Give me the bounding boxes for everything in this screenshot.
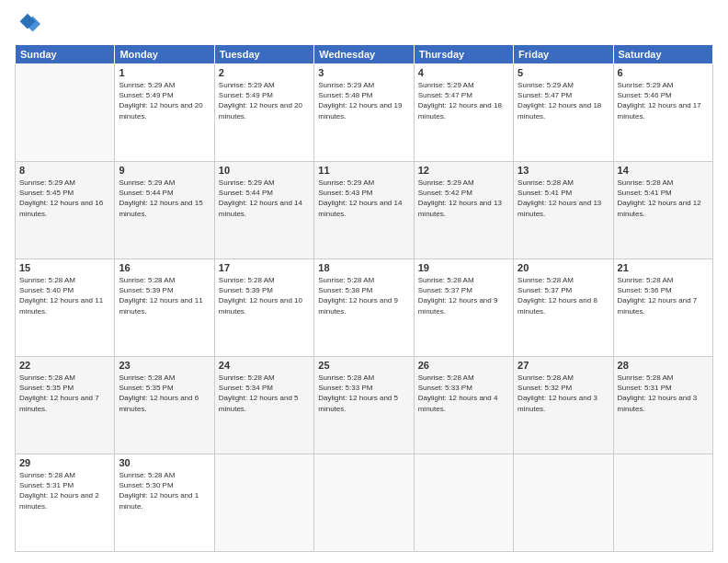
calendar-cell: 20Sunrise: 5:28 AMSunset: 5:37 PMDayligh… <box>514 259 613 357</box>
calendar-cell <box>314 454 414 552</box>
calendar-cell: 27Sunrise: 5:28 AMSunset: 5:32 PMDayligh… <box>514 357 613 454</box>
day-info: Sunrise: 5:28 AMSunset: 5:32 PMDaylight:… <box>518 373 609 414</box>
day-info: Sunrise: 5:28 AMSunset: 5:35 PMDaylight:… <box>19 373 110 414</box>
calendar-cell: 29Sunrise: 5:28 AMSunset: 5:31 PMDayligh… <box>16 454 115 552</box>
day-number: 23 <box>119 360 210 371</box>
day-info: Sunrise: 5:28 AMSunset: 5:39 PMDaylight:… <box>219 275 310 316</box>
day-number: 19 <box>418 262 509 273</box>
logo <box>15 11 44 37</box>
calendar-cell: 6Sunrise: 5:29 AMSunset: 5:46 PMDaylight… <box>613 64 712 162</box>
calendar-cell: 24Sunrise: 5:28 AMSunset: 5:34 PMDayligh… <box>214 357 313 454</box>
day-number: 20 <box>518 262 609 273</box>
day-number: 18 <box>318 262 409 273</box>
calendar-cell: 19Sunrise: 5:28 AMSunset: 5:37 PMDayligh… <box>414 259 513 357</box>
day-number: 21 <box>618 262 709 273</box>
day-info: Sunrise: 5:28 AMSunset: 5:33 PMDaylight:… <box>418 373 509 414</box>
day-info: Sunrise: 5:28 AMSunset: 5:38 PMDaylight:… <box>318 275 409 316</box>
day-number: 24 <box>219 360 310 371</box>
day-info: Sunrise: 5:28 AMSunset: 5:30 PMDaylight:… <box>119 470 210 511</box>
calendar-cell: 18Sunrise: 5:28 AMSunset: 5:38 PMDayligh… <box>314 259 414 357</box>
calendar-cell: 4Sunrise: 5:29 AMSunset: 5:47 PMDaylight… <box>414 64 513 162</box>
page: SundayMondayTuesdayWednesdayThursdayFrid… <box>0 0 728 563</box>
day-number: 10 <box>219 165 310 176</box>
week-row-4: 29Sunrise: 5:28 AMSunset: 5:31 PMDayligh… <box>16 454 713 552</box>
calendar-cell: 23Sunrise: 5:28 AMSunset: 5:35 PMDayligh… <box>115 357 214 454</box>
day-number: 12 <box>418 165 509 176</box>
day-info: Sunrise: 5:28 AMSunset: 5:33 PMDaylight:… <box>318 373 409 414</box>
day-number: 25 <box>318 360 409 371</box>
calendar-cell: 16Sunrise: 5:28 AMSunset: 5:39 PMDayligh… <box>115 259 214 357</box>
day-info: Sunrise: 5:29 AMSunset: 5:45 PMDaylight:… <box>19 178 110 219</box>
day-info: Sunrise: 5:29 AMSunset: 5:43 PMDaylight:… <box>318 178 409 219</box>
calendar-cell: 15Sunrise: 5:28 AMSunset: 5:40 PMDayligh… <box>16 259 115 357</box>
day-number: 27 <box>518 360 609 371</box>
calendar-cell: 10Sunrise: 5:29 AMSunset: 5:44 PMDayligh… <box>214 162 313 259</box>
week-row-0: 1Sunrise: 5:29 AMSunset: 5:49 PMDaylight… <box>16 64 713 162</box>
day-info: Sunrise: 5:28 AMSunset: 5:34 PMDaylight:… <box>219 373 310 414</box>
day-number: 14 <box>618 165 709 176</box>
day-number: 11 <box>318 165 409 176</box>
calendar-cell: 8Sunrise: 5:29 AMSunset: 5:45 PMDaylight… <box>16 162 115 259</box>
day-number: 22 <box>19 360 110 371</box>
day-info: Sunrise: 5:29 AMSunset: 5:44 PMDaylight:… <box>219 178 310 219</box>
calendar-table: SundayMondayTuesdayWednesdayThursdayFrid… <box>15 44 713 552</box>
calendar-cell: 11Sunrise: 5:29 AMSunset: 5:43 PMDayligh… <box>314 162 414 259</box>
day-info: Sunrise: 5:28 AMSunset: 5:35 PMDaylight:… <box>119 373 210 414</box>
calendar-cell <box>414 454 513 552</box>
day-info: Sunrise: 5:28 AMSunset: 5:40 PMDaylight:… <box>19 275 110 316</box>
calendar-cell: 3Sunrise: 5:29 AMSunset: 5:48 PMDaylight… <box>314 64 414 162</box>
calendar-cell: 13Sunrise: 5:28 AMSunset: 5:41 PMDayligh… <box>514 162 613 259</box>
day-number: 4 <box>418 67 509 78</box>
week-row-3: 22Sunrise: 5:28 AMSunset: 5:35 PMDayligh… <box>16 357 713 454</box>
day-number: 13 <box>518 165 609 176</box>
calendar-cell: 21Sunrise: 5:28 AMSunset: 5:36 PMDayligh… <box>613 259 712 357</box>
week-row-1: 8Sunrise: 5:29 AMSunset: 5:45 PMDaylight… <box>16 162 713 259</box>
weekday-monday: Monday <box>115 45 214 64</box>
weekday-tuesday: Tuesday <box>214 45 313 64</box>
day-number: 26 <box>418 360 509 371</box>
day-number: 3 <box>318 67 409 78</box>
day-info: Sunrise: 5:29 AMSunset: 5:49 PMDaylight:… <box>119 80 210 121</box>
calendar-cell: 5Sunrise: 5:29 AMSunset: 5:47 PMDaylight… <box>514 64 613 162</box>
calendar-cell: 30Sunrise: 5:28 AMSunset: 5:30 PMDayligh… <box>115 454 214 552</box>
week-row-2: 15Sunrise: 5:28 AMSunset: 5:40 PMDayligh… <box>16 259 713 357</box>
day-number: 30 <box>119 457 210 468</box>
day-info: Sunrise: 5:28 AMSunset: 5:37 PMDaylight:… <box>418 275 509 316</box>
calendar-cell: 17Sunrise: 5:28 AMSunset: 5:39 PMDayligh… <box>214 259 313 357</box>
calendar-cell <box>514 454 613 552</box>
day-info: Sunrise: 5:29 AMSunset: 5:47 PMDaylight:… <box>418 80 509 121</box>
day-info: Sunrise: 5:28 AMSunset: 5:31 PMDaylight:… <box>618 373 709 414</box>
day-info: Sunrise: 5:29 AMSunset: 5:46 PMDaylight:… <box>618 80 709 121</box>
calendar-cell: 2Sunrise: 5:29 AMSunset: 5:49 PMDaylight… <box>214 64 313 162</box>
calendar-cell: 28Sunrise: 5:28 AMSunset: 5:31 PMDayligh… <box>613 357 712 454</box>
day-number: 9 <box>119 165 210 176</box>
calendar-cell <box>16 64 115 162</box>
day-info: Sunrise: 5:28 AMSunset: 5:41 PMDaylight:… <box>618 178 709 219</box>
weekday-saturday: Saturday <box>613 45 712 64</box>
day-number: 1 <box>119 67 210 78</box>
weekday-friday: Friday <box>514 45 613 64</box>
day-number: 15 <box>19 262 110 273</box>
weekday-sunday: Sunday <box>16 45 115 64</box>
day-info: Sunrise: 5:29 AMSunset: 5:49 PMDaylight:… <box>219 80 310 121</box>
day-info: Sunrise: 5:29 AMSunset: 5:48 PMDaylight:… <box>318 80 409 121</box>
calendar-cell: 1Sunrise: 5:29 AMSunset: 5:49 PMDaylight… <box>115 64 214 162</box>
logo-icon <box>15 11 40 37</box>
day-number: 8 <box>19 165 110 176</box>
header <box>15 11 713 37</box>
day-number: 28 <box>618 360 709 371</box>
calendar-cell: 9Sunrise: 5:29 AMSunset: 5:44 PMDaylight… <box>115 162 214 259</box>
calendar-cell: 22Sunrise: 5:28 AMSunset: 5:35 PMDayligh… <box>16 357 115 454</box>
calendar-cell <box>613 454 712 552</box>
day-number: 16 <box>119 262 210 273</box>
day-number: 2 <box>219 67 310 78</box>
weekday-thursday: Thursday <box>414 45 513 64</box>
day-info: Sunrise: 5:29 AMSunset: 5:42 PMDaylight:… <box>418 178 509 219</box>
calendar-cell: 14Sunrise: 5:28 AMSunset: 5:41 PMDayligh… <box>613 162 712 259</box>
day-number: 5 <box>518 67 609 78</box>
day-info: Sunrise: 5:29 AMSunset: 5:44 PMDaylight:… <box>119 178 210 219</box>
day-info: Sunrise: 5:28 AMSunset: 5:31 PMDaylight:… <box>19 470 110 511</box>
calendar-cell: 26Sunrise: 5:28 AMSunset: 5:33 PMDayligh… <box>414 357 513 454</box>
day-number: 29 <box>19 457 110 468</box>
day-info: Sunrise: 5:28 AMSunset: 5:37 PMDaylight:… <box>518 275 609 316</box>
